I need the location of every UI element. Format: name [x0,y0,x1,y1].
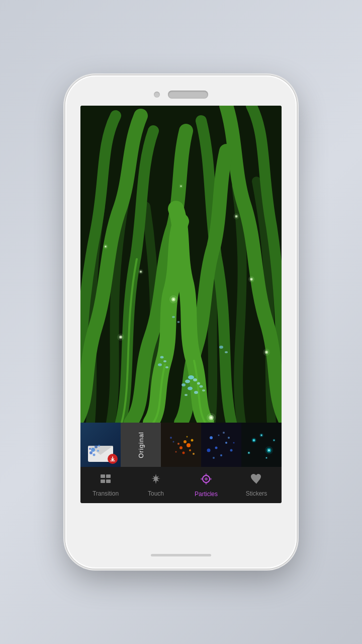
svg-point-77 [233,442,235,444]
svg-point-39 [236,216,237,217]
thumbnail-item-orange-particles[interactable] [161,423,201,467]
svg-point-63 [177,443,179,445]
svg-point-8 [194,391,198,394]
speaker-grille [168,91,208,99]
svg-point-21 [172,298,174,300]
svg-point-81 [253,440,255,441]
svg-point-94 [266,457,267,458]
svg-point-50 [89,451,93,454]
svg-point-66 [170,437,172,439]
svg-point-74 [228,437,230,439]
svg-point-48 [91,448,95,452]
svg-point-101 [205,473,207,475]
svg-point-100 [205,477,208,480]
svg-point-30 [210,417,213,419]
svg-point-60 [189,449,191,451]
svg-point-103 [201,478,203,480]
svg-point-45 [180,186,182,187]
svg-point-84 [268,449,270,451]
svg-point-18 [177,321,180,323]
svg-rect-98 [106,479,111,483]
svg-point-58 [191,439,194,442]
svg-point-90 [274,440,275,441]
svg-point-16 [225,351,228,353]
svg-point-24 [251,279,252,280]
svg-rect-95 [101,474,105,478]
svg-point-69 [215,447,218,449]
thumbnail-item-blue-particles[interactable] [201,423,241,467]
svg-point-5 [182,383,186,386]
stickers-icon [250,473,262,488]
svg-rect-96 [106,474,111,478]
phone-bottom-area [65,503,297,569]
svg-point-71 [207,449,211,452]
svg-point-3 [185,380,190,383]
svg-point-33 [265,351,267,353]
grass-background [80,106,282,423]
bottom-toolbar: Original [80,423,282,503]
nav-tabs: Transition Touch [80,467,282,503]
svg-point-14 [165,366,168,368]
svg-point-59 [179,446,183,449]
svg-point-7 [188,387,193,390]
touch-icon [150,473,162,488]
tab-touch[interactable]: Touch [131,467,181,503]
svg-rect-97 [101,479,105,483]
tab-transition[interactable]: Transition [80,467,131,503]
transition-icon [100,473,112,488]
tab-particles[interactable]: Particles [181,467,231,503]
svg-point-4 [197,382,200,385]
svg-point-10 [202,389,205,391]
svg-point-78 [223,432,225,434]
svg-point-1 [188,375,194,379]
svg-point-13 [158,363,162,366]
svg-point-102 [205,482,207,485]
svg-point-2 [193,378,197,381]
tab-particles-label: Particles [195,491,218,498]
svg-point-76 [213,457,215,459]
tab-touch-label: Touch [148,490,164,497]
svg-point-65 [175,451,177,453]
svg-point-17 [172,316,175,318]
svg-point-61 [183,452,185,454]
svg-point-12 [163,360,166,362]
svg-point-56 [187,443,191,447]
thumbnail-strip: Original [80,423,282,467]
svg-point-36 [140,271,141,272]
svg-point-68 [210,436,213,439]
svg-point-51 [97,450,99,452]
svg-point-104 [210,478,212,480]
svg-point-52 [93,454,96,456]
svg-point-53 [98,445,100,447]
thumbnail-item-cyan-particles[interactable] [241,423,282,467]
tab-transition-label: Transition [93,490,119,497]
svg-point-15 [219,346,223,349]
svg-point-57 [184,440,187,443]
thumbnail-item-original[interactable]: Original [121,423,161,467]
phone-frame: Original [65,75,297,569]
svg-point-54 [89,448,91,450]
svg-point-6 [200,385,203,388]
tab-stickers[interactable]: Stickers [231,467,282,503]
svg-point-27 [120,336,122,338]
svg-point-72 [220,454,222,456]
svg-point-70 [225,442,227,444]
svg-point-67 [173,441,174,443]
home-bar[interactable] [151,554,211,556]
svg-point-49 [95,445,98,448]
svg-point-92 [248,452,249,453]
svg-point-87 [261,435,262,436]
particles-icon [200,472,213,489]
svg-point-64 [187,436,188,438]
svg-point-75 [218,435,220,436]
svg-point-42 [105,246,106,247]
thumbnail-item-envelope[interactable] [80,423,121,467]
svg-point-73 [230,449,233,452]
download-badge [108,454,118,464]
main-image-area[interactable] [80,106,282,423]
svg-point-62 [193,453,195,455]
phone-screen: Original [80,106,282,503]
svg-point-9 [185,394,188,396]
front-camera-icon [154,92,160,98]
original-label: Original [137,432,145,458]
